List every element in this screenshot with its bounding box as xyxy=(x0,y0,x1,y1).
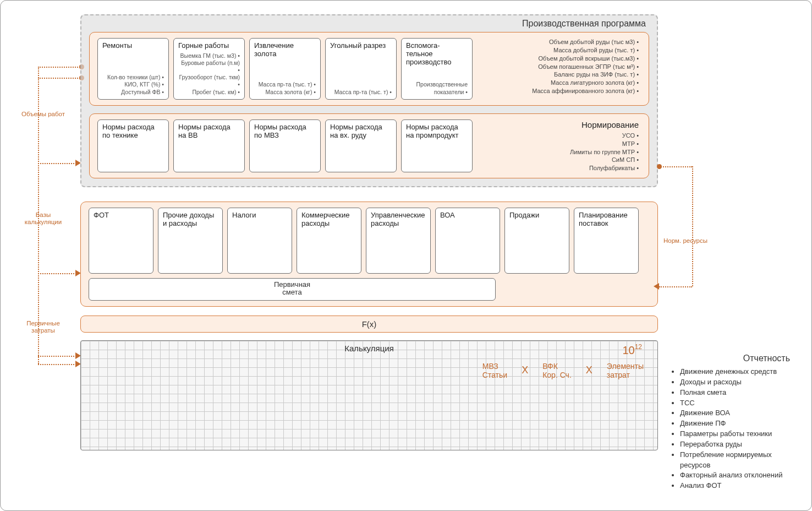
diagram-frame: Объемы работ Базыкалькуляции Первичныеза… xyxy=(0,0,812,511)
card-bullet: Кол-во техники (шт) xyxy=(102,74,164,81)
card: Вспомога- тельное производствоПроизводст… xyxy=(401,38,473,100)
card-bullet: КИО, КТГ (%) xyxy=(102,81,164,88)
card: Нормы расхода на промпродукт xyxy=(401,119,473,172)
card: Угольный разрезМасса пр-та (тыс. т) xyxy=(325,38,397,100)
card-title: Нормы расхода на вх. руду xyxy=(330,123,392,140)
card-bullet: Выемка ГМ (тыс. м3) xyxy=(178,52,240,59)
label-bases: Базыкалькуляции xyxy=(17,211,69,225)
card-title: Продажи xyxy=(509,211,564,220)
card-title: Ремонты xyxy=(102,42,164,50)
right-gutter: Норм. ресурсы Отчетность Движение денежн… xyxy=(669,14,795,499)
row2-aux: НормированиеУСОМТРЛимиты по группе МТРСи… xyxy=(570,119,641,172)
row3-container: ФОТПрочие доходы и расходыНалогиКоммерче… xyxy=(80,202,658,307)
aux-title: Нормирование xyxy=(570,119,639,131)
aux-item: Лимиты по группе МТР xyxy=(570,148,639,156)
reporting-item: TCC xyxy=(680,398,790,409)
reporting-item: Движение ПФ xyxy=(680,418,790,429)
primary-smeta-card: Первичная смета xyxy=(89,278,496,301)
reporting-item: Факторный анализ отклонений xyxy=(680,470,790,481)
label-primary: Первичныезатраты xyxy=(17,320,69,334)
reporting-item: Переработка руды xyxy=(680,439,790,450)
left-gutter: Объемы работ Базыкалькуляции Первичныеза… xyxy=(17,14,69,499)
card-bullet: Буровые работы (п.м) xyxy=(178,59,240,74)
label-volumes: Объемы работ xyxy=(17,111,69,117)
card: Управленческие расходы xyxy=(366,208,431,274)
card-title: Управленческие расходы xyxy=(371,211,426,228)
fx-bar: F(x) xyxy=(80,316,658,333)
card-title: Горные работы xyxy=(178,42,240,50)
reporting-item: Движение ВОА xyxy=(680,408,790,418)
card: Коммерческие расходы xyxy=(297,208,361,274)
card-title: Извлечение золота xyxy=(254,42,316,58)
row1-aux: Объем добытой руды (тыс м3)Масса добытой… xyxy=(532,38,641,100)
card: ВОА xyxy=(435,208,500,274)
calc-order: 1012 xyxy=(622,344,642,357)
card-bullet: Производственные показатели xyxy=(406,81,468,95)
calc-title: Калькуляция xyxy=(81,344,657,353)
card-title: Прочие доходы и расходы xyxy=(163,211,218,228)
aux-item: МТР xyxy=(570,140,639,148)
aux-item: Масса лигатурного золота (кг) xyxy=(532,79,639,87)
card: Нормы расхода на вх. руду xyxy=(325,119,397,172)
card-bullet: Масса золота (кг) xyxy=(254,89,316,96)
reporting-title: Отчетность xyxy=(669,354,790,363)
reporting-block: Отчетность Движение денежных средствДохо… xyxy=(669,354,790,491)
row1-container: РемонтыКол-во техники (шт)КИО, КТГ (%)До… xyxy=(89,32,649,106)
aux-item: УСО xyxy=(570,132,639,140)
card-title: Налоги xyxy=(232,211,287,220)
card-bullet: Грузооборот (тыс. ткм) xyxy=(178,74,240,88)
card-bullet: Доступный ФВ xyxy=(102,89,164,96)
reporting-item: Параметры работы техники xyxy=(680,429,790,439)
label-norm-resources: Норм. ресурсы xyxy=(663,237,707,244)
card: Продажи xyxy=(504,208,569,274)
aux-item: СиМ СП xyxy=(570,156,639,164)
card-bullet: Пробег (тыс. км) xyxy=(178,89,240,96)
card-title: Коммерческие расходы xyxy=(301,211,356,228)
aux-item: Объем добытой руды (тыс м3) xyxy=(532,38,639,46)
card: Прочие доходы и расходы xyxy=(158,208,223,274)
reporting-item: Движение денежных средств xyxy=(680,367,790,377)
calc-formula: МВЗСтатьи X ВФККор. Сч. X Элементызатрат xyxy=(482,362,644,379)
card-title: Нормы расхода на ВВ xyxy=(178,123,240,140)
aux-item: Масса аффинированного золота (кг) xyxy=(532,87,639,95)
card-title: Нормы расхода по технике xyxy=(102,123,164,140)
card: Горные работыВыемка ГМ (тыс. м3)Буровые … xyxy=(173,38,245,100)
card: Нормы расхода по технике xyxy=(97,119,169,172)
aux-item: Объем погашенных ЭГПР (тыс м³) xyxy=(532,63,639,71)
card-title: Нормы расхода на промпродукт xyxy=(406,123,468,140)
card-title: Планирование поставок xyxy=(579,211,634,228)
reporting-item: Анализ ФОТ xyxy=(680,481,790,491)
card-title: ФОТ xyxy=(94,211,149,220)
card-title: Угольный разрез xyxy=(330,42,392,50)
card: Нормы расхода по МВЗ xyxy=(249,119,321,172)
row2-container: Нормы расхода по техникеНормы расхода на… xyxy=(89,113,649,178)
card-title: Вспомога- тельное производство xyxy=(406,42,468,67)
card: Планирование поставок xyxy=(574,208,639,274)
arrow-icon xyxy=(654,283,659,290)
aux-item: Полуфабрикаты xyxy=(570,164,639,172)
card: ФОТ xyxy=(89,208,153,274)
aux-item: Масса добытой руды (тыс. т) xyxy=(532,46,639,55)
reporting-item: Доходы и расходы xyxy=(680,377,790,388)
card: Налоги xyxy=(227,208,292,274)
center-column: Производственная программа РемонтыКол-во… xyxy=(80,14,658,499)
reporting-item: Потребление нормируемых ресурсов xyxy=(680,450,790,471)
card: Нормы расхода на ВВ xyxy=(173,119,245,172)
aux-item: Баланс руды на ЗИФ (тыс. т) xyxy=(532,70,639,79)
card-bullet: Масса пр-та (тыс. т) xyxy=(330,89,392,96)
calc-box: Калькуляция 1012 МВЗСтатьи X ВФККор. Сч.… xyxy=(80,340,658,450)
production-program-title: Производственная программа xyxy=(522,19,646,29)
card-bullet: Масса пр-та (тыс. т) xyxy=(254,81,316,88)
production-program-group: Производственная программа РемонтыКол-во… xyxy=(80,14,658,187)
card: РемонтыКол-во техники (шт)КИО, КТГ (%)До… xyxy=(97,38,169,100)
card-title: Нормы расхода по МВЗ xyxy=(254,123,316,140)
aux-item: Объем добытой вскрыши (тыс.м3) xyxy=(532,55,639,63)
card: Извлечение золотаМасса пр-та (тыс. т)Мас… xyxy=(249,38,321,100)
reporting-item: Полная смета xyxy=(680,388,790,398)
card-title: ВОА xyxy=(440,211,495,220)
